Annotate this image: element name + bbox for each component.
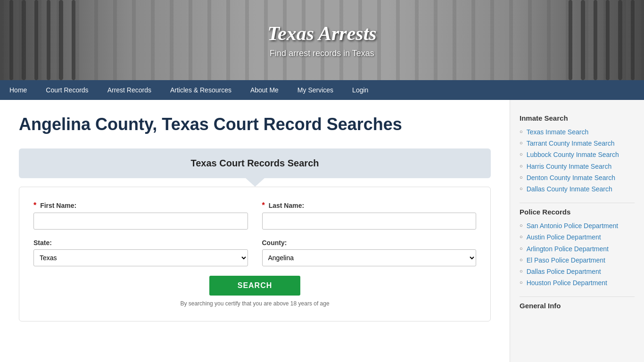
sidebar-link-houston-pd[interactable]: Houston Police Department	[527, 279, 607, 287]
site-title: Texas Arrests	[267, 22, 376, 45]
nav-about[interactable]: About Me	[241, 80, 288, 100]
sidebar-link-arlington-pd[interactable]: Arlington Police Department	[527, 245, 609, 253]
list-item: El Paso Police Department	[520, 256, 635, 264]
county-label: County:	[262, 239, 477, 247]
sidebar-link-austin-pd[interactable]: Austin Police Department	[527, 233, 601, 241]
page-title: Angelina County, Texas Court Record Sear…	[19, 114, 491, 134]
nav-login[interactable]: Login	[343, 80, 378, 100]
main-nav: Home Court Records Arrest Records Articl…	[0, 80, 644, 100]
sidebar-link-lubbock-inmate[interactable]: Lubbock County Inmate Search	[527, 150, 619, 159]
search-btn-container: SEARCH	[33, 276, 476, 296]
nav-home[interactable]: Home	[0, 80, 36, 100]
list-item: Harris County Inmate Search	[520, 162, 635, 171]
inmate-search-list: Texas Inmate Search Tarrant County Inmat…	[520, 128, 635, 193]
last-name-label: * Last Name:	[262, 201, 477, 210]
list-item: Austin Police Department	[520, 233, 635, 241]
first-name-label: * First Name:	[33, 201, 248, 210]
search-box-header: Texas Court Records Search	[19, 148, 491, 178]
nav-articles[interactable]: Articles & Resources	[161, 80, 241, 100]
search-form-area: * First Name: * Last Name: State:	[19, 187, 491, 321]
location-row: State: Texas County: Angelina	[33, 239, 476, 266]
required-star-last: *	[262, 201, 265, 209]
triangle-pointer	[246, 178, 264, 187]
sidebar-divider-2	[520, 296, 635, 297]
list-item: Lubbock County Inmate Search	[520, 150, 635, 159]
list-item: Dallas Police Department	[520, 267, 635, 276]
required-star-first: *	[33, 201, 36, 209]
state-select[interactable]: Texas	[33, 249, 248, 266]
police-records-list: San Antonio Police Department Austin Pol…	[520, 222, 635, 287]
first-name-group: * First Name:	[33, 201, 248, 230]
name-row: * First Name: * Last Name:	[33, 201, 476, 230]
nav-arrest-records[interactable]: Arrest Records	[98, 80, 161, 100]
list-item: Arlington Police Department	[520, 245, 635, 253]
county-group: County: Angelina	[262, 239, 477, 266]
site-subtitle: Find arrest records in Texas	[270, 49, 374, 58]
sidebar-link-harris-inmate[interactable]: Harris County Inmate Search	[527, 162, 612, 171]
list-item: San Antonio Police Department	[520, 222, 635, 230]
last-name-input[interactable]	[262, 213, 477, 230]
search-button[interactable]: SEARCH	[209, 276, 301, 296]
sidebar-link-elpaso-pd[interactable]: El Paso Police Department	[527, 256, 605, 264]
list-item: Texas Inmate Search	[520, 128, 635, 136]
sidebar-police-title: Police Records	[520, 208, 635, 216]
sidebar-link-sapd[interactable]: San Antonio Police Department	[527, 222, 619, 230]
disclaimer-text: By searching you certify that you are ab…	[33, 300, 476, 307]
sidebar-link-dallas-inmate[interactable]: Dallas County Inmate Search	[527, 185, 612, 193]
site-header: Texas Arrests Find arrest records in Tex…	[0, 0, 644, 80]
last-name-group: * Last Name:	[262, 201, 477, 230]
sidebar: Inmate Search Texas Inmate Search Tarran…	[510, 100, 644, 362]
nav-services[interactable]: My Services	[288, 80, 343, 100]
sidebar-link-denton-inmate[interactable]: Denton County Inmate Search	[527, 173, 615, 182]
first-name-input[interactable]	[33, 213, 248, 230]
bars-left	[0, 0, 132, 80]
sidebar-inmate-title: Inmate Search	[520, 114, 635, 122]
sidebar-link-tx-inmate[interactable]: Texas Inmate Search	[527, 128, 589, 136]
main-container: Angelina County, Texas Court Record Sear…	[0, 100, 644, 362]
state-label: State:	[33, 239, 248, 247]
county-select[interactable]: Angelina	[262, 249, 477, 266]
sidebar-divider-1	[520, 203, 635, 203]
sidebar-link-tarrant-inmate[interactable]: Tarrant County Inmate Search	[527, 139, 615, 148]
list-item: Houston Police Department	[520, 279, 635, 287]
search-box-title: Texas Court Records Search	[33, 158, 477, 169]
list-item: Dallas County Inmate Search	[520, 185, 635, 193]
nav-court-records[interactable]: Court Records	[36, 80, 98, 100]
list-item: Denton County Inmate Search	[520, 173, 635, 182]
sidebar-general-title: General Info	[520, 302, 635, 310]
content-area: Angelina County, Texas Court Record Sear…	[0, 100, 510, 362]
bars-right	[512, 0, 644, 80]
state-group: State: Texas	[33, 239, 248, 266]
list-item: Tarrant County Inmate Search	[520, 139, 635, 148]
sidebar-link-dallas-pd[interactable]: Dallas Police Department	[527, 267, 601, 276]
